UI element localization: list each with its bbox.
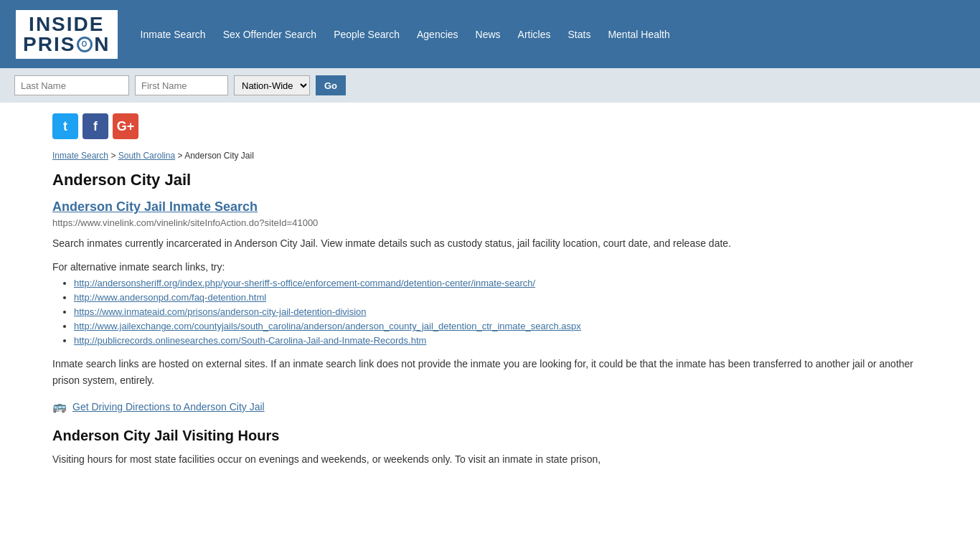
- hosted-note: Inmate search links are hosted on extern…: [52, 356, 928, 388]
- alt-link-1[interactable]: http://andersonsheriff.org/index.php/you…: [74, 278, 535, 288]
- facebook-icon: f: [93, 119, 98, 134]
- list-item: https://www.inmateaid.com/prisons/anders…: [74, 306, 928, 317]
- first-name-input[interactable]: [135, 75, 228, 95]
- alt-link-3[interactable]: https://www.inmateaid.com/prisons/anders…: [74, 306, 367, 317]
- page-title: Anderson City Jail: [52, 171, 928, 189]
- alt-link-5[interactable]: http://publicrecords.onlinesearches.com/…: [74, 335, 426, 346]
- list-item: http://publicrecords.onlinesearches.com/…: [74, 334, 928, 346]
- list-item: http://www.jailexchange.com/countyjails/…: [74, 320, 928, 331]
- social-icons: t f G+: [52, 113, 928, 139]
- nav-inmate-search[interactable]: Inmate Search: [141, 29, 206, 40]
- google-button[interactable]: G+: [113, 113, 138, 139]
- alt-links-list: http://andersonsheriff.org/index.php/you…: [52, 277, 928, 346]
- site-logo[interactable]: INSIDE PRISON: [14, 9, 119, 60]
- site-header: INSIDE PRISON Inmate Search Sex Offender…: [0, 0, 980, 68]
- nav-agencies[interactable]: Agencies: [417, 29, 458, 40]
- main-nav: Inmate Search Sex Offender Search People…: [141, 29, 670, 40]
- breadcrumb-south-carolina[interactable]: South Carolina: [118, 151, 175, 161]
- nav-mental-health[interactable]: Mental Health: [608, 29, 669, 40]
- breadcrumb: Inmate Search > South Carolina > Anderso…: [52, 151, 928, 161]
- search-go-button[interactable]: Go: [316, 75, 346, 95]
- logo-o-icon: O: [77, 37, 93, 52]
- nav-sex-offender[interactable]: Sex Offender Search: [223, 29, 316, 40]
- alt-link-2[interactable]: http://www.andersonpd.com/faq-detention.…: [74, 292, 266, 303]
- nav-stats[interactable]: Stats: [568, 29, 591, 40]
- logo-prison-text: PRISON: [23, 34, 110, 55]
- nav-news[interactable]: News: [476, 29, 501, 40]
- google-icon: G+: [117, 119, 135, 134]
- visiting-hours-description: Visiting hours for most state facilities…: [52, 451, 928, 467]
- list-item: http://andersonsheriff.org/index.php/you…: [74, 277, 928, 288]
- logo-pris: PRIS: [23, 34, 75, 55]
- facebook-button[interactable]: f: [83, 113, 108, 139]
- inmate-search-description: Search inmates currently incarcerated in…: [52, 235, 928, 251]
- list-item: http://www.andersonpd.com/faq-detention.…: [74, 291, 928, 303]
- last-name-input[interactable]: [14, 75, 129, 95]
- location-select[interactable]: Nation-Wide: [234, 75, 310, 95]
- alt-links-intro: For alternative inmate search links, try…: [52, 261, 928, 273]
- driving-directions-row: 🚌 Get Driving Directions to Anderson Cit…: [52, 400, 928, 413]
- car-icon: 🚌: [52, 400, 67, 413]
- nav-people-search[interactable]: People Search: [334, 29, 400, 40]
- breadcrumb-inmate-search[interactable]: Inmate Search: [52, 151, 108, 161]
- main-content: t f G+ Inmate Search > South Carolina > …: [38, 103, 942, 479]
- search-bar: Nation-Wide Go: [0, 68, 980, 103]
- twitter-button[interactable]: t: [52, 113, 78, 139]
- logo-inside-text: INSIDE: [23, 14, 110, 34]
- driving-directions-link[interactable]: Get Driving Directions to Anderson City …: [72, 401, 265, 413]
- nav-articles[interactable]: Articles: [518, 29, 551, 40]
- visiting-hours-heading: Anderson City Jail Visiting Hours: [52, 428, 928, 444]
- inmate-search-url: https://www.vinelink.com/vinelink/siteIn…: [52, 217, 928, 228]
- logo-n: N: [94, 34, 110, 55]
- twitter-icon: t: [63, 119, 67, 134]
- inmate-search-heading-link[interactable]: Anderson City Jail Inmate Search: [52, 199, 928, 215]
- breadcrumb-current: > Anderson City Jail: [177, 151, 253, 161]
- alt-link-4[interactable]: http://www.jailexchange.com/countyjails/…: [74, 321, 581, 331]
